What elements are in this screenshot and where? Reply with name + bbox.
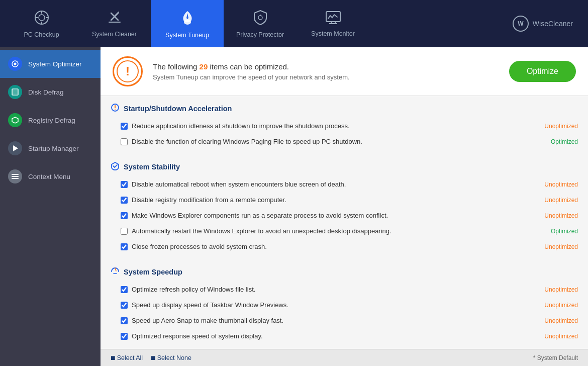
item-label-item-2: Disable the function of clearing Windows… [132, 138, 547, 145]
brand-logo: W [513, 16, 529, 32]
status-item-11: Unoptimized [544, 333, 578, 340]
checkbox-item-6[interactable] [121, 228, 128, 235]
item-label-item-9: Speed up display speed of Taskbar Window… [132, 301, 540, 309]
sidebar-item-disk-defrag[interactable]: Disk Defrag [0, 78, 101, 106]
sidebar-icon-disk-defrag [8, 85, 22, 99]
section-title-startup-shutdown: Startup/Shutdown Acceleration [124, 105, 232, 113]
sidebar-label-startup-manager: Startup Manager [28, 145, 79, 152]
nav-item-system-cleaner[interactable]: System Cleaner [78, 0, 151, 47]
item-row-item-6: Automatically restart the Windows Explor… [121, 223, 578, 239]
sidebar-icon-system-optimizer [8, 57, 22, 71]
sidebar: System Optimizer Disk Defrag Registry De… [0, 47, 101, 366]
checkbox-item-7[interactable] [121, 243, 128, 250]
section-icon-startup-shutdown [111, 103, 120, 114]
item-row-item-9: Speed up display speed of Taskbar Window… [121, 297, 578, 313]
banner-icon-wrap: ! [113, 56, 143, 86]
optimize-button[interactable]: Optimize [509, 61, 576, 82]
item-row-item-4: Disable registry modification from a rem… [121, 192, 578, 208]
sidebar-icon-context-menu [8, 169, 22, 184]
section-title-system-stability: System Stability [124, 163, 180, 171]
section-header-system-stability: System Stability [101, 154, 588, 176]
nav-label-system-tuneup: System Tuneup [165, 32, 209, 39]
system-tuneup-icon [179, 9, 196, 29]
checkbox-item-3[interactable] [121, 181, 128, 188]
sidebar-label-disk-defrag: Disk Defrag [28, 88, 64, 96]
banner-count: 29 [200, 62, 208, 71]
banner: ! The following 29 items can be optimize… [101, 47, 588, 96]
status-item-3: Unoptimized [544, 181, 578, 188]
item-row-item-11: Optimized response speed of system displ… [121, 328, 578, 344]
item-label-item-7: Close frozen processes to avoid system c… [132, 243, 540, 250]
footer-bullet-1: ■ [111, 353, 116, 362]
brand-name: WiseCleaner [533, 20, 573, 28]
status-item-7: Unoptimized [544, 243, 578, 250]
nav-label-privacy-protector: Privacy Protector [236, 31, 284, 38]
checkbox-item-10[interactable] [121, 317, 128, 324]
main-layout: System Optimizer Disk Defrag Registry De… [0, 47, 588, 366]
sidebar-label-registry-defrag: Registry Defrag [28, 117, 75, 124]
item-row-item-7: Close frozen processes to avoid system c… [121, 239, 578, 254]
status-item-1: Unoptimized [544, 123, 578, 130]
select-none-link[interactable]: Select None [157, 354, 191, 361]
nav-item-system-monitor[interactable]: System Monitor [297, 0, 369, 47]
item-label-item-4: Disable registry modification from a rem… [132, 196, 540, 204]
checkbox-item-2[interactable] [121, 138, 128, 145]
system-cleaner-icon [107, 10, 122, 28]
privacy-protector-icon [253, 10, 268, 28]
sidebar-item-system-optimizer[interactable]: System Optimizer [0, 50, 101, 78]
item-row-item-1: Reduce application idleness at shutdown … [121, 118, 578, 134]
svg-marker-18 [13, 145, 18, 151]
banner-text: The following 29 items can be optimized.… [153, 62, 499, 81]
banner-subtitle: System Tuneup can improve the speed of y… [153, 73, 499, 81]
item-row-item-8: Optimize refresh policy of Windows file … [121, 282, 578, 297]
banner-title-after: items can be optimized. [210, 62, 289, 71]
svg-point-7 [258, 16, 262, 20]
status-item-5: Unoptimized [544, 212, 578, 219]
status-item-10: Unoptimized [544, 317, 578, 324]
nav-item-pc-checkup[interactable]: PC Checkup [5, 0, 78, 47]
item-label-item-10: Speed up Aero Snap to make thumbnail dis… [132, 317, 540, 324]
status-item-6: Optimized [551, 228, 578, 235]
checkbox-item-5[interactable] [121, 212, 128, 219]
sidebar-icon-registry-defrag [8, 113, 22, 127]
svg-point-23 [115, 109, 116, 110]
sidebar-icon-startup-manager [8, 141, 22, 155]
section-icon-system-speedup [111, 266, 120, 278]
item-label-item-6: Automatically restart the Windows Explor… [132, 227, 547, 235]
checkbox-item-1[interactable] [121, 123, 128, 130]
status-item-9: Unoptimized [544, 302, 578, 309]
nav-item-system-tuneup[interactable]: System Tuneup [151, 0, 224, 47]
item-row-item-2: Disable the function of clearing Windows… [121, 134, 578, 149]
item-row-item-5: Make Windows Explorer components run as … [121, 208, 578, 223]
sidebar-item-context-menu[interactable]: Context Menu [0, 162, 101, 191]
checkbox-item-4[interactable] [121, 197, 128, 204]
item-label-item-1: Reduce application idleness at shutdown … [132, 122, 540, 130]
list-area: Startup/Shutdown Acceleration Reduce app… [101, 96, 588, 349]
select-all-link[interactable]: Select All [117, 354, 143, 361]
sidebar-item-startup-manager[interactable]: Startup Manager [0, 134, 101, 162]
nav-item-privacy-protector[interactable]: Privacy Protector [224, 0, 297, 47]
item-row-item-10: Speed up Aero Snap to make thumbnail dis… [121, 313, 578, 328]
item-label-item-11: Optimized response speed of system displ… [132, 332, 540, 340]
brand-logo-area: W WiseCleaner [513, 16, 583, 32]
section-title-system-speedup: System Speedup [124, 268, 182, 276]
checkbox-item-9[interactable] [121, 302, 128, 309]
section-header-startup-shutdown: Startup/Shutdown Acceleration [101, 96, 588, 118]
item-label-item-5: Make Windows Explorer components run as … [132, 212, 540, 219]
status-item-4: Unoptimized [544, 197, 578, 204]
footer-system-default: * System Default [533, 354, 578, 361]
nav-label-pc-checkup: PC Checkup [24, 31, 59, 38]
pc-checkup-icon [34, 10, 50, 28]
checkbox-item-11[interactable] [121, 333, 128, 340]
nav-label-system-monitor: System Monitor [311, 30, 355, 37]
section-items-system-speedup: Optimize refresh policy of Windows file … [101, 282, 588, 349]
checkbox-item-8[interactable] [121, 286, 128, 293]
svg-rect-15 [12, 89, 18, 95]
item-label-item-8: Optimize refresh policy of Windows file … [132, 286, 540, 293]
banner-title: The following 29 items can be optimized. [153, 62, 499, 71]
status-item-8: Unoptimized [544, 286, 578, 293]
section-header-system-speedup: System Speedup [101, 259, 588, 282]
section-icon-system-stability [111, 161, 120, 172]
sidebar-item-registry-defrag[interactable]: Registry Defrag [0, 106, 101, 134]
content-area: ! The following 29 items can be optimize… [101, 47, 588, 366]
